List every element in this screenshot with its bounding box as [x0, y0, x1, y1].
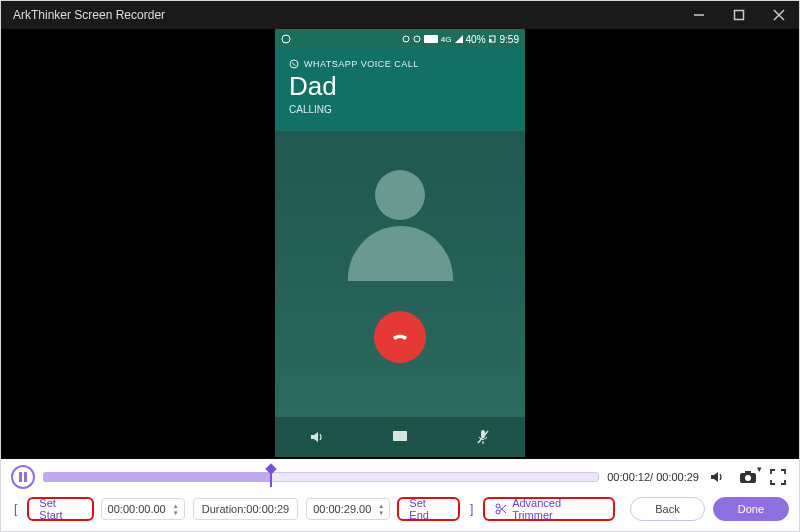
close-button[interactable]: [759, 1, 799, 29]
chat-icon: [392, 430, 408, 444]
maximize-icon: [733, 9, 745, 21]
avatar-placeholder-icon: [348, 170, 453, 281]
battery-icon: [489, 35, 497, 43]
phone-screen: 4G 40% 9:59 WHATSAPP VOICE CALL Dad CALL…: [275, 29, 525, 457]
call-type-label: WHATSAPP VOICE CALL: [304, 59, 419, 69]
svg-rect-7: [424, 35, 438, 43]
advanced-trimmer-label: Advanced Trimmer: [512, 497, 603, 521]
end-time-value: 00:00:29.00: [313, 503, 371, 515]
titlebar: ArkThinker Screen Recorder: [1, 1, 799, 29]
set-end-button[interactable]: Set End: [398, 498, 459, 520]
minimize-icon: [693, 9, 705, 21]
done-label: Done: [738, 503, 764, 515]
volume-button[interactable]: [707, 466, 729, 488]
duration-value: Duration:00:00:29: [202, 503, 289, 515]
set-end-label: Set End: [409, 497, 448, 521]
call-status: CALLING: [289, 104, 511, 115]
speaker-button: [275, 417, 358, 457]
chat-button: [358, 417, 441, 457]
start-time-stepper[interactable]: ▲▼: [170, 500, 182, 518]
advanced-trimmer-button[interactable]: Advanced Trimmer: [484, 498, 614, 520]
maximize-button[interactable]: [719, 1, 759, 29]
svg-rect-19: [745, 471, 751, 474]
call-header: WHATSAPP VOICE CALL Dad CALLING: [275, 49, 525, 131]
camera-dropdown-icon: ▾: [757, 464, 762, 474]
svg-rect-9: [489, 39, 492, 42]
close-icon: [773, 9, 785, 21]
svg-point-4: [282, 35, 290, 43]
trim-row: [ Set Start 00:00:00.00 ▲▼ Duration:00:0…: [11, 497, 789, 521]
timeline-track[interactable]: [43, 470, 599, 484]
phone-statusbar: 4G 40% 9:59: [275, 29, 525, 49]
start-time-field[interactable]: 00:00:00.00 ▲▼: [101, 498, 185, 520]
fullscreen-button[interactable]: [767, 466, 789, 488]
back-label: Back: [655, 503, 679, 515]
caller-name: Dad: [289, 71, 511, 102]
clock-time: 9:59: [500, 34, 519, 45]
call-action-bar: [275, 417, 525, 457]
window-title: ArkThinker Screen Recorder: [13, 8, 165, 22]
minimize-button[interactable]: [679, 1, 719, 29]
avatar-zone: [275, 131, 525, 417]
playhead-handle[interactable]: [266, 465, 276, 489]
whatsapp-icon: [281, 34, 291, 44]
time-display: 00:00:12/ 00:00:29: [607, 471, 699, 483]
camera-icon: [739, 470, 757, 484]
svg-point-18: [745, 475, 751, 481]
svg-point-10: [290, 60, 298, 68]
mic-mute-icon: [475, 428, 491, 446]
preview-area: 4G 40% 9:59 WHATSAPP VOICE CALL Dad CALL…: [1, 29, 799, 459]
start-bracket-icon: [: [11, 500, 20, 518]
play-pause-button[interactable]: [11, 465, 35, 489]
app-window: ArkThinker Screen Recorder 4G 40%: [0, 0, 800, 532]
signal-icon: [455, 35, 463, 43]
set-start-button[interactable]: Set Start: [28, 498, 92, 520]
total-time: 00:00:29: [656, 471, 699, 483]
set-start-label: Set Start: [39, 497, 81, 521]
end-bracket-icon: ]: [467, 500, 476, 518]
back-button[interactable]: Back: [630, 497, 704, 521]
nfc-icon: [424, 35, 438, 43]
current-time: 00:00:12: [607, 471, 650, 483]
svg-rect-15: [19, 472, 22, 482]
svg-rect-16: [24, 472, 27, 482]
playback-row: 00:00:12/ 00:00:29 ▾: [11, 465, 789, 489]
controls-panel: 00:00:12/ 00:00:29 ▾ [ Set Start 00:00:0…: [1, 459, 799, 531]
alarm-icon: [413, 35, 421, 43]
whatsapp-small-icon: [289, 59, 299, 69]
network-indicator: 4G: [441, 35, 452, 44]
start-time-value: 00:00:00.00: [108, 503, 166, 515]
scissors-icon: [495, 503, 507, 515]
speaker-icon: [308, 428, 326, 446]
svg-point-6: [414, 36, 420, 42]
end-time-stepper[interactable]: ▲▼: [375, 500, 387, 518]
svg-rect-1: [735, 11, 744, 20]
hangup-button: [374, 311, 426, 363]
pause-icon: [18, 472, 28, 482]
svg-point-5: [403, 36, 409, 42]
snapshot-button[interactable]: ▾: [737, 466, 759, 488]
sync-icon: [402, 35, 410, 43]
phone-hangup-icon: [387, 324, 413, 350]
svg-rect-11: [393, 431, 407, 441]
battery-percent: 40%: [466, 34, 486, 45]
duration-field: Duration:00:00:29: [193, 498, 298, 520]
end-time-field[interactable]: 00:00:29.00 ▲▼: [306, 498, 390, 520]
volume-icon: [709, 469, 727, 485]
micmute-button: [442, 417, 525, 457]
done-button[interactable]: Done: [713, 497, 789, 521]
fullscreen-icon: [770, 469, 786, 485]
